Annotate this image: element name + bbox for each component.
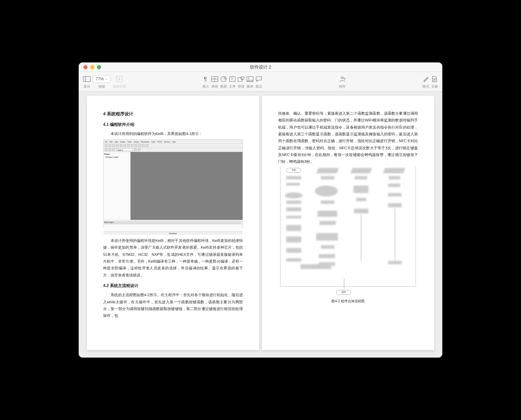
flowchart: 开始 — [280, 167, 416, 295]
minimize-button[interactable] — [90, 65, 94, 69]
paragraph: 本设计所使用的编程环境是Keil5，相对于其他软件编程环境，Keil5更加的轻便… — [103, 237, 243, 279]
insert-button[interactable]: ¶ 插入 — [202, 75, 209, 89]
svg-text:T: T — [231, 77, 233, 81]
flowchart-return: 返回 — [336, 290, 351, 295]
document-button[interactable]: 文稿 — [431, 75, 438, 89]
svg-point-13 — [241, 76, 244, 80]
comment-icon — [255, 75, 262, 83]
keil-screenshot: FileEdit ViewProject FlashDebug Peripher… — [103, 139, 243, 228]
document-icon — [432, 75, 437, 83]
keil-toolbar2: Target 1 — [103, 148, 243, 152]
close-button[interactable] — [83, 65, 88, 69]
maximize-button[interactable] — [97, 65, 101, 69]
keil-sidebar: Project ⊞ Project: project — [103, 152, 131, 220]
svg-rect-0 — [83, 76, 91, 81]
keil-statusbar: Simulation — [103, 231, 243, 235]
media-button[interactable]: 媒体 — [247, 75, 253, 89]
keil-canvas — [131, 152, 243, 220]
traffic-lights — [79, 65, 101, 69]
subsection-heading: 4.1 编程软件介绍 — [103, 121, 243, 128]
pilcrow-icon: ¶ — [203, 75, 209, 83]
page-left[interactable]: 4 系统程序设计 4.1 编程软件介绍 本设计所用到的编程软件为Keil5，其界… — [87, 96, 259, 350]
window-title: 软件设计 2 — [250, 64, 271, 70]
keil-toolbar — [103, 144, 243, 148]
media-icon — [247, 75, 253, 83]
svg-point-16 — [341, 77, 343, 79]
paragraph: 括修改、确认、重置密码等；紧接着进入第二个函数监测函数，该函数主要通过调用相应的… — [278, 110, 418, 165]
keil-output: Build Output — [103, 220, 243, 231]
format-button[interactable]: 格式 — [422, 75, 429, 89]
paragraph: 系统的主流程图如图4-2所示。在主程序中：首先对各个模块进行初始化，随后进入wh… — [103, 291, 243, 319]
plus-icon — [116, 75, 122, 83]
table-icon — [211, 75, 218, 83]
zoom-control[interactable]: 77%⌄ 缩放 — [93, 75, 111, 89]
shape-button[interactable]: 形状 — [238, 75, 245, 89]
chart-icon — [220, 75, 227, 83]
keil-menubar: FileEdit ViewProject FlashDebug Peripher… — [103, 140, 243, 144]
document-area[interactable]: 4 系统程序设计 4.1 编程软件介绍 本设计所用到的编程软件为Keil5，其界… — [79, 92, 442, 358]
svg-text:¶: ¶ — [204, 76, 207, 82]
view-button[interactable]: 显示 — [83, 75, 91, 89]
chevron-down-icon: ⌄ — [105, 77, 108, 80]
app-window: 软件设计 2 显示 77%⌄ 缩放 添加页面 ¶ 插入 — [79, 62, 442, 358]
svg-point-15 — [248, 77, 249, 78]
section-heading: 4 系统程序设计 — [103, 110, 243, 118]
page-right[interactable]: 括修改、确认、重置密码等；紧接着进入第二个函数监测函数，该函数主要通过调用相应的… — [262, 96, 434, 350]
zoom-value: 77% — [96, 77, 104, 81]
paragraph: 本设计所用到的编程软件为Keil5，其界面如图4-1所示： — [103, 130, 243, 137]
subsection-heading: 4.2 系统主流程设计 — [103, 282, 243, 289]
toolbar: 显示 77%⌄ 缩放 添加页面 ¶ 插入 表格 — [79, 72, 442, 92]
text-icon: T — [229, 75, 235, 83]
flowchart-start: 开始 — [286, 168, 301, 173]
chart-button[interactable]: 图表 — [220, 75, 227, 89]
panel-icon — [83, 75, 91, 83]
collab-button[interactable]: 协作 — [339, 75, 346, 89]
collab-icon — [339, 75, 346, 83]
table-button[interactable]: 表格 — [211, 75, 218, 89]
figure-caption: 图4-2 程序总体流程图 — [278, 298, 418, 305]
comment-button[interactable]: 批注 — [255, 75, 262, 89]
titlebar: 软件设计 2 — [79, 62, 442, 72]
brush-icon — [423, 75, 429, 83]
svg-point-17 — [344, 78, 345, 79]
add-page-button[interactable]: 添加页面 — [113, 75, 126, 89]
shape-icon — [238, 75, 245, 83]
text-button[interactable]: T 文本 — [229, 75, 236, 89]
